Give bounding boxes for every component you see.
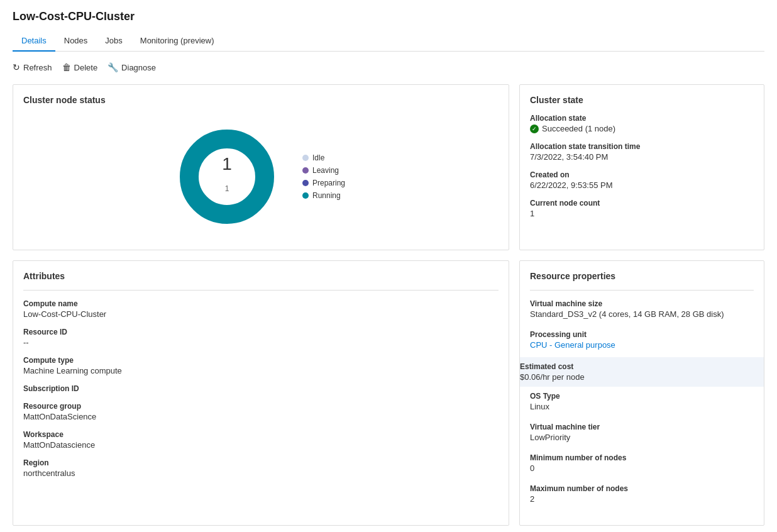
attributes-title: Attributes bbox=[23, 271, 499, 281]
workspace-value: MattOnDatascience bbox=[23, 440, 499, 450]
vm-tier-value: LowPriority bbox=[530, 433, 754, 442]
attributes-divider bbox=[23, 290, 499, 291]
resource-properties-title: Resource properties bbox=[530, 271, 754, 281]
transition-time-row: Allocation state transition time 7/3/202… bbox=[530, 142, 754, 162]
os-type-value: Linux bbox=[530, 402, 754, 411]
region-label: Region bbox=[23, 458, 499, 467]
node-count-value: 1 bbox=[530, 209, 754, 218]
resource-group-row: Resource group MattOnDataScience bbox=[23, 402, 499, 421]
refresh-button[interactable]: ↻ Refresh bbox=[13, 60, 52, 74]
created-on-row: Created on 6/22/2022, 9:53:55 PM bbox=[530, 170, 754, 190]
delete-button[interactable]: 🗑 Delete bbox=[62, 60, 98, 74]
tab-details[interactable]: Details bbox=[13, 31, 55, 52]
tab-nodes[interactable]: Nodes bbox=[55, 31, 97, 52]
cluster-node-status-title: Cluster node status bbox=[23, 95, 499, 105]
allocation-state-text: Succeeded (1 node) bbox=[542, 124, 615, 133]
tab-jobs[interactable]: Jobs bbox=[96, 31, 131, 52]
processing-unit-label: Processing unit bbox=[530, 330, 754, 339]
legend-dot-running bbox=[302, 192, 309, 199]
transition-time-value: 7/3/2022, 3:54:40 PM bbox=[530, 152, 754, 162]
estimated-cost-label: Estimated cost bbox=[520, 362, 764, 371]
allocation-state-row: Allocation state ✓ Succeeded (1 node) bbox=[530, 114, 754, 133]
subscription-id-row: Subscription ID bbox=[23, 384, 499, 393]
donut-center: 1 1 bbox=[222, 154, 232, 193]
tab-monitoring[interactable]: Monitoring (preview) bbox=[131, 31, 223, 52]
vm-size-value: Standard_DS3_v2 (4 cores, 14 GB RAM, 28 … bbox=[530, 309, 754, 319]
resource-id-label: Resource ID bbox=[23, 328, 499, 336]
allocation-state-label: Allocation state bbox=[530, 114, 754, 123]
cluster-node-status-panel: Cluster node status 1 1 Idle bbox=[13, 84, 509, 250]
legend-dot-idle bbox=[302, 155, 309, 161]
refresh-label: Refresh bbox=[23, 63, 52, 72]
resource-properties-panel: Resource properties Virtual machine size… bbox=[519, 260, 764, 526]
tab-bar: Details Nodes Jobs Monitoring (preview) bbox=[13, 31, 764, 52]
max-nodes-label: Maximum number of nodes bbox=[530, 484, 754, 493]
page-title: Low-Cost-CPU-Cluster bbox=[13, 10, 764, 23]
compute-name-row: Compute name Low-Cost-CPU-Cluster bbox=[23, 299, 499, 319]
legend-label-running: Running bbox=[312, 191, 341, 200]
subscription-id-label: Subscription ID bbox=[23, 384, 499, 393]
attributes-panel: Attributes Compute name Low-Cost-CPU-Clu… bbox=[13, 260, 509, 526]
donut-center-sub: 1 bbox=[222, 184, 232, 193]
cluster-state-title: Cluster state bbox=[530, 95, 754, 105]
vm-size-row: Virtual machine size Standard_DS3_v2 (4 … bbox=[530, 299, 754, 321]
vm-tier-label: Virtual machine tier bbox=[530, 423, 754, 431]
delete-label: Delete bbox=[74, 63, 98, 72]
legend-item-running: Running bbox=[302, 191, 345, 200]
processing-unit-value[interactable]: CPU - General purpose bbox=[530, 340, 615, 350]
compute-name-label: Compute name bbox=[23, 299, 499, 308]
donut-chart: 1 1 bbox=[177, 126, 277, 227]
delete-icon: 🗑 bbox=[62, 62, 71, 72]
vm-tier-row: Virtual machine tier LowPriority bbox=[530, 423, 754, 445]
node-count-label: Current node count bbox=[530, 199, 754, 208]
compute-type-row: Compute type Machine Learning compute bbox=[23, 356, 499, 375]
chart-area: 1 1 Idle Leaving Preparing bbox=[23, 114, 499, 240]
created-on-label: Created on bbox=[530, 170, 754, 179]
min-nodes-value: 0 bbox=[530, 463, 754, 473]
diagnose-icon: 🔧 bbox=[107, 62, 118, 72]
node-count-row: Current node count 1 bbox=[530, 199, 754, 218]
vm-size-label: Virtual machine size bbox=[530, 299, 754, 308]
chart-legend: Idle Leaving Preparing Running bbox=[302, 153, 345, 200]
os-type-label: OS Type bbox=[530, 392, 754, 401]
region-value: northcentralus bbox=[23, 468, 499, 478]
transition-time-label: Allocation state transition time bbox=[530, 142, 754, 151]
toolbar: ↻ Refresh 🗑 Delete 🔧 Diagnose bbox=[13, 60, 764, 74]
legend-dot-leaving bbox=[302, 167, 309, 174]
region-row: Region northcentralus bbox=[23, 458, 499, 478]
min-nodes-label: Minimum number of nodes bbox=[530, 453, 754, 462]
processing-unit-row: Processing unit CPU - General purpose bbox=[530, 330, 754, 352]
legend-label-leaving: Leaving bbox=[312, 166, 339, 175]
legend-item-leaving: Leaving bbox=[302, 166, 345, 175]
cluster-state-panel: Cluster state Allocation state ✓ Succeed… bbox=[519, 84, 764, 250]
refresh-icon: ↻ bbox=[13, 62, 20, 72]
allocation-state-value: ✓ Succeeded (1 node) bbox=[530, 124, 754, 133]
resource-properties-divider bbox=[530, 290, 754, 291]
min-nodes-row: Minimum number of nodes 0 bbox=[530, 453, 754, 475]
legend-label-preparing: Preparing bbox=[312, 179, 345, 187]
legend-dot-preparing bbox=[302, 180, 309, 186]
donut-center-number: 1 bbox=[222, 154, 232, 174]
bottom-grid: Attributes Compute name Low-Cost-CPU-Clu… bbox=[13, 260, 764, 526]
top-grid: Cluster node status 1 1 Idle bbox=[13, 84, 764, 250]
diagnose-button[interactable]: 🔧 Diagnose bbox=[107, 60, 156, 74]
success-icon: ✓ bbox=[530, 125, 539, 133]
created-on-value: 6/22/2022, 9:53:55 PM bbox=[530, 180, 754, 190]
workspace-row: Workspace MattOnDatascience bbox=[23, 430, 499, 450]
workspace-label: Workspace bbox=[23, 430, 499, 439]
estimated-cost-row: Estimated cost $0.06/hr per node bbox=[520, 357, 764, 387]
compute-name-value: Low-Cost-CPU-Cluster bbox=[23, 309, 499, 319]
legend-label-idle: Idle bbox=[312, 153, 324, 162]
resource-id-row: Resource ID -- bbox=[23, 328, 499, 347]
estimated-cost-value: $0.06/hr per node bbox=[520, 372, 764, 382]
diagnose-label: Diagnose bbox=[121, 63, 156, 72]
max-nodes-value: 2 bbox=[530, 494, 754, 504]
resource-group-label: Resource group bbox=[23, 402, 499, 411]
os-type-row: OS Type Linux bbox=[530, 392, 754, 414]
compute-type-label: Compute type bbox=[23, 356, 499, 365]
compute-type-value: Machine Learning compute bbox=[23, 366, 499, 375]
legend-item-preparing: Preparing bbox=[302, 179, 345, 187]
resource-id-value: -- bbox=[23, 338, 499, 347]
resource-group-value: MattOnDataScience bbox=[23, 412, 499, 421]
legend-item-idle: Idle bbox=[302, 153, 345, 162]
